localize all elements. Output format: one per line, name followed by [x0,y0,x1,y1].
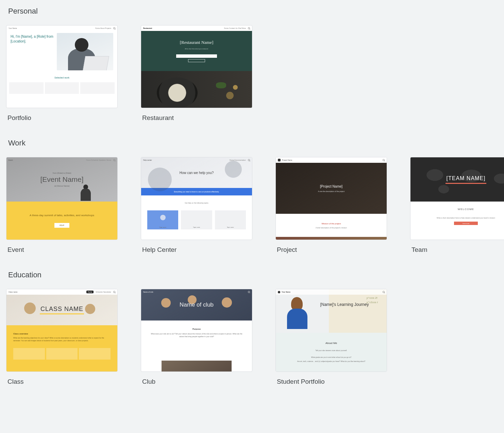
preview-topbar: Event Home Schedule Speakers Venue [6,157,117,163]
preview-intro-text: Hi, I'm [Name], a [Role] from [Location]… [11,33,57,70]
preview-banner: A three-day summit of talks, activities,… [6,202,117,240]
section-personal: Personal Your Name Home About Projects H… [6,7,498,122]
preview-overview-title: Class overview [13,333,111,335]
search-icon [383,291,385,293]
template-thumb-student-portfolio[interactable]: Your Name [Name]'s Learning Journey y'=c… [275,289,387,372]
template-thumb-portfolio[interactable]: Your Name Home About Projects Hi, I'm [N… [6,25,118,108]
template-card-club: Name of club Name of club Purpose What d… [141,289,252,385]
template-label: Student Portfolio [275,378,387,385]
preview-topbar: Help center Home Documentation [141,157,252,163]
template-label: Team [410,246,504,254]
preview-tagline: A one-line description of the project [318,190,345,192]
preview-topbar: Your Name [276,289,387,295]
template-card-student-portfolio: Your Name [Name]'s Learning Journey y'=c… [275,289,387,385]
preview-footer-image [162,361,232,371]
preview-about-line1: Tell your site viewers more about yourse… [276,349,387,351]
preview-rsvp-button: RSVP [54,223,69,228]
preview-welcome: WELCOME [410,208,504,211]
section-work: Work Event Home Schedule Speakers Venue … [6,139,498,254]
preview-team-name: [TEAM NAME] [446,175,486,181]
preview-nav: Home Documentation [230,159,250,161]
template-thumb-class[interactable]: Class name HomeSchedule Newsletter CLASS… [6,289,118,372]
preview-topbar: Class name HomeSchedule Newsletter [6,289,117,295]
avatar-icon [278,291,280,293]
search-icon [248,159,250,161]
preview-button [188,59,205,62]
template-card-project: Project Name [Project Name] A one-line d… [275,157,387,254]
preview-overview-desc: What are the learning objectives for you… [13,337,111,342]
template-card-portfolio: Your Name Home About Projects Hi, I'm [N… [6,25,118,122]
preview-question: How can we help you? [180,171,214,175]
search-icon [248,27,250,29]
preview-tiles [13,348,111,360]
preview-body: Class overview What are the learning obj… [6,325,117,372]
template-thumb-team[interactable]: [TEAM NAME] WELCOME Write a short descri… [410,157,504,240]
preview-subtitle: A three-day summit of talks, activities,… [30,214,94,217]
template-thumb-project[interactable]: Project Name [Project Name] A one-line d… [275,157,387,240]
template-card-helpcenter: Help center Home Documentation How can w… [141,157,252,254]
preview-about-line2: What grade are you in and what school do… [276,356,387,358]
preview-brand: Your Name [9,27,17,29]
preview-hero: from [Date] to [Date] [Event Name] at [V… [6,157,117,202]
preview-venue: at [Venue Name] [54,185,70,187]
preview-mid-text: Get help on the following topics [141,195,252,210]
preview-hero: [Project Name] A one-line description of… [276,163,387,214]
template-grid-work: Event Home Schedule Speakers Venue from … [6,157,498,254]
preview-description: Write a short description here to help v… [410,217,504,219]
preview-mission: Mission of the project A brief descripti… [276,223,387,229]
preview-student-image [287,297,307,328]
template-label: Restaurant [141,114,252,122]
preview-selected-work: Selected work [6,76,117,79]
preview-project-name: [Project Name] [320,185,342,188]
preview-food-image [141,71,252,108]
preview-brand: Your Name [282,291,290,293]
template-thumb-event[interactable]: Event Home Schedule Speakers Venue from … [6,157,118,240]
template-thumb-helpcenter[interactable]: Help center Home Documentation How can w… [141,157,252,240]
section-education: Education Class name HomeSchedule Newsle… [6,271,498,385]
preview-brand: Project Name [282,159,292,161]
preview-hero: CLASS NAME [6,295,117,325]
preview-footer-image [276,237,387,240]
preview-body: About Me Tell your site viewers more abo… [276,333,387,371]
section-title-education: Education [8,271,498,279]
preview-brand: Name of club [143,291,153,293]
logo-icon [278,159,281,161]
section-title-work: Work [8,139,498,148]
preview-body: Purpose What does your club aim to do? T… [141,321,252,338]
preview-about-line3: Are art, tech, science... and (x) subjec… [276,360,387,362]
preview-brand: Class name [9,291,17,293]
preview-nav [248,291,250,293]
preview-hero: [Name]'s Learning Journey y'=cos 2t y''=… [276,289,387,333]
preview-math-formulas: y'=cos 2t y''=2cos t [367,296,378,305]
preview-title: [Name]'s Learning Journey [320,302,369,307]
preview-mission-title: Mission of the project [276,223,387,225]
preview-brand: Event [9,159,13,161]
preview-nav [383,159,385,161]
preview-nav [383,291,385,293]
preview-brand: Restaurant [143,27,152,29]
preview-body: WELCOME Write a short description here t… [410,202,504,225]
preview-purpose-title: Purpose [149,328,244,330]
preview-speaker-image [81,185,91,202]
template-card-restaurant: Restaurant Home Contact Us Chef More [Re… [141,25,252,122]
preview-about-title: About Me [276,342,387,345]
template-grid-education: Class name HomeSchedule Newsletter CLASS… [6,289,498,385]
preview-title: [Restaurant Name] [180,40,214,45]
section-title-personal: Personal [8,7,498,16]
preview-nav: Home About Projects [95,27,115,29]
search-icon [383,159,385,161]
template-thumb-club[interactable]: Name of club Name of club Purpose What d… [141,289,252,372]
preview-topbar: Your Name Home About Projects [6,25,117,31]
template-card-team: [TEAM NAME] WELCOME Write a short descri… [410,157,504,254]
preview-hero: [TEAM NAME] [410,157,504,202]
preview-tiles [6,79,117,94]
template-card-event: Event Home Schedule Speakers Venue from … [6,157,118,254]
preview-brand: Help center [143,159,152,161]
preview-body: Hi, I'm [Name], a [Role] from [Location]… [6,31,117,70]
preview-input [176,54,217,58]
preview-topbar: Project Name [276,157,387,163]
template-thumb-restaurant[interactable]: Restaurant Home Contact Us Chef More [Re… [141,25,252,108]
preview-purpose-desc: What does your club aim to do? Tell your… [149,333,244,338]
preview-mission-desc: A brief description of the project's mis… [276,227,387,229]
preview-topbar: Restaurant Home Contact Us Chef More [141,25,252,31]
